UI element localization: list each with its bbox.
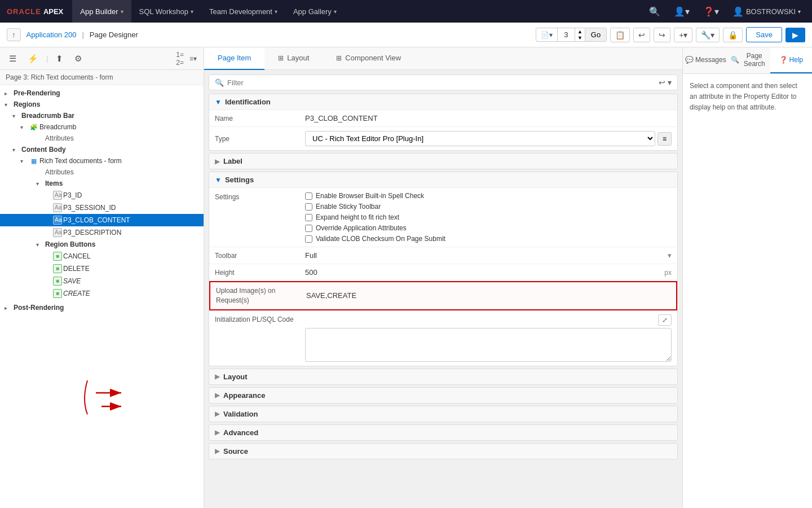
page-down-btn[interactable]: ▼ [575, 35, 585, 41]
tree-item-rich-text-region[interactable]: ▾ ▦ Rich Text documents - form [0, 155, 204, 167]
checkbox-sticky-toolbar[interactable]: Enable Sticky Toolbar [305, 203, 445, 211]
component-view-icon: ⊞ [336, 54, 342, 62]
type-list-btn[interactable]: ≡ [657, 132, 672, 146]
run-button[interactable]: ▶ [785, 28, 805, 42]
name-label: Name [215, 115, 305, 122]
nav-sql-workshop[interactable]: SQL Workshop ▾ [131, 0, 201, 23]
spell-check-input[interactable] [305, 192, 312, 200]
search-icon-btn[interactable]: 🔍 [645, 4, 665, 19]
user-menu[interactable]: 👤 BOSTROWSKI ▾ [728, 6, 805, 17]
tree-item-post-rendering[interactable]: ▸ Post-Rendering [0, 302, 204, 313]
expand-editor-btn[interactable]: ⤢ [658, 314, 672, 326]
rtab-messages[interactable]: 💬 Messages [683, 47, 729, 73]
validate-clob-input[interactable] [305, 235, 312, 243]
toolbar-dropdown-btn[interactable]: ▾ [668, 251, 672, 260]
rtab-help[interactable]: ❓ Help [770, 47, 812, 73]
tree-item-p3-id[interactable]: Aa P3_ID [0, 189, 204, 202]
save-button[interactable]: Save [746, 27, 782, 42]
left-tree: ▸ Pre-Rendering ▾ Regions ▾ Breadcrumb B… [0, 85, 204, 508]
application-link[interactable]: Application 200 [27, 30, 77, 39]
tree-item-p3-desc[interactable]: Aa P3_DESCRIPTION [0, 226, 204, 239]
height-value: 500 [305, 268, 660, 277]
rtab-page-search[interactable]: 🔍 Page Search [729, 47, 770, 73]
section-identification-header[interactable]: ▼ Identification [209, 94, 677, 110]
redo-btn[interactable]: ↪ [654, 28, 670, 42]
section-appearance-header[interactable]: ▶ Appearance [209, 388, 677, 403]
nav-app-gallery[interactable]: App Gallery ▾ [285, 0, 345, 23]
page-up-btn[interactable]: ▲ [575, 29, 585, 35]
rt-region-label: Rich Text documents - form [39, 157, 122, 165]
tree-item-p3-clob[interactable]: Aa P3_CLOB_CONTENT [0, 214, 204, 226]
tree-item-region-buttons[interactable]: ▾ Region Buttons [0, 239, 204, 250]
list-view-btn[interactable]: ⚡ [23, 51, 43, 66]
go-button[interactable]: Go [585, 28, 606, 41]
section-label-header[interactable]: ▶ Label [209, 154, 677, 169]
prop-row-init-plsql: Initialization PL/SQL Code ⤢ [209, 310, 677, 366]
add-btn[interactable]: +▾ [674, 28, 692, 42]
pre-rendering-toggle: ▸ [5, 90, 12, 97]
tree-item-regions[interactable]: ▾ Regions [0, 99, 204, 110]
filter-input[interactable] [227, 78, 655, 87]
checkbox-expand-height[interactable]: Expand height to fit rich text [305, 213, 445, 221]
nav-team-development[interactable]: Team Development ▾ [201, 0, 285, 23]
tree-item-breadcrumb[interactable]: ▾ 🧩 Breadcrumb [0, 121, 204, 133]
tree-item-content-body[interactable]: ▾ Content Body [0, 144, 204, 155]
section-validation-header[interactable]: ▶ Validation [209, 406, 677, 422]
tree-item-region-attributes[interactable]: Attributes [0, 167, 204, 178]
help-btn[interactable]: ❓▾ [699, 4, 723, 19]
section-advanced: ▶ Advanced [209, 424, 678, 441]
tree-item-delete-btn[interactable]: ■ DELETE [0, 262, 204, 275]
tree-item-create-btn[interactable]: ■ CREATE [0, 287, 204, 300]
region-buttons-toggle: ▾ [36, 242, 44, 248]
checkboxes-group: Enable Browser Built-in Spell Check Enab… [305, 192, 445, 243]
tab-component-view[interactable]: ⊞ Component View [323, 47, 414, 70]
init-plsql-label: Initialization PL/SQL Code [215, 314, 305, 323]
lock-btn[interactable]: 🔒 [723, 28, 743, 42]
type-select[interactable]: UC - Rich Text Editor Pro [Plug-In] [305, 131, 655, 146]
tree-item-items-section[interactable]: ▾ Items [0, 178, 204, 189]
undo-btn[interactable]: ↩ [633, 28, 650, 42]
tree-view-btn[interactable]: ☰ [5, 51, 21, 66]
share-btn[interactable]: ⬆ [51, 51, 68, 66]
sticky-toolbar-input[interactable] [305, 203, 312, 211]
section-appearance: ▶ Appearance [209, 387, 678, 404]
section-settings-header[interactable]: ▼ Settings [209, 172, 677, 188]
user-settings-btn[interactable]: 👤▾ [669, 4, 694, 19]
back-button[interactable]: ↑ [7, 28, 21, 41]
checkbox-override-attrs[interactable]: Override Application Attributes [305, 224, 445, 232]
p3id-icon: Aa [53, 191, 62, 200]
left-panel: ☰ ⚡ | ⬆ ⚙ 1=2= ≡▾ Page 3: Rich Text docu… [0, 47, 204, 508]
init-plsql-textarea[interactable] [305, 328, 672, 362]
upload-value-container: SAVE,CREATE [306, 291, 670, 300]
page-file-btn[interactable]: 📄▾ [536, 29, 557, 41]
tab-layout[interactable]: ⊞ Layout [264, 47, 323, 70]
expand-height-input[interactable] [305, 214, 312, 221]
sort-az-btn[interactable]: 1=2= [174, 50, 186, 68]
filter-collapse-btn[interactable]: ↩ [659, 78, 665, 87]
layout-title: Layout [223, 373, 248, 381]
tree-item-save-btn[interactable]: ■ SAVE [0, 275, 204, 287]
section-layout-header[interactable]: ▶ Layout [209, 369, 677, 384]
tree-item-pre-rendering[interactable]: ▸ Pre-Rendering [0, 87, 204, 99]
checkbox-spell-check[interactable]: Enable Browser Built-in Spell Check [305, 192, 445, 200]
section-source-header[interactable]: ▶ Source [209, 444, 677, 459]
override-attrs-input[interactable] [305, 225, 312, 232]
tab-page-item[interactable]: Page Item [204, 47, 264, 70]
filter-expand-btn[interactable]: ▾ [668, 78, 672, 87]
tree-item-breadcrumb-attributes[interactable]: Attributes [0, 133, 204, 144]
sort-options-btn[interactable]: ≡▾ [187, 54, 199, 64]
tree-item-breadcrumb-bar[interactable]: ▾ Breadcrumb Bar [0, 110, 204, 121]
section-advanced-header[interactable]: ▶ Advanced [209, 425, 677, 440]
tree-item-p3-session[interactable]: Aa P3_SESSION_ID [0, 202, 204, 214]
component-btn[interactable]: ⚙ [70, 51, 86, 66]
cancel-btn-icon: ■ [53, 252, 62, 261]
items-toggle: ▾ [36, 181, 44, 187]
nav-app-builder[interactable]: App Builder ▾ [72, 0, 131, 23]
utilities-btn[interactable]: 🔧▾ [696, 28, 720, 42]
copy-page-btn[interactable]: 📋 [610, 28, 630, 42]
prop-row-height: Height 500 px [209, 264, 677, 281]
prop-row-name: Name P3_CLOB_CONTENT [209, 110, 677, 127]
height-unit: px [664, 269, 672, 277]
checkbox-validate-clob[interactable]: Validate CLOB Checksum On Page Submit [305, 235, 445, 243]
tree-item-cancel-btn[interactable]: ■ CANCEL [0, 250, 204, 262]
